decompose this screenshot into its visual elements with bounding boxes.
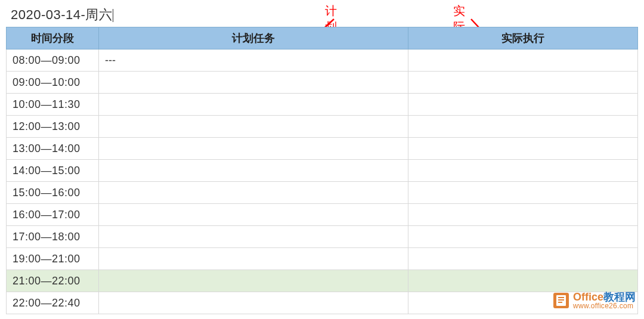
table-header-row: 时间分段 计划任务 实际执行 [7, 27, 638, 49]
plan-cell[interactable] [98, 204, 408, 226]
time-cell[interactable]: 16:00—17:00 [7, 204, 99, 226]
actual-cell[interactable] [408, 160, 638, 182]
time-cell[interactable]: 14:00—15:00 [7, 160, 99, 182]
table-row: 10:00—11:30 [7, 94, 638, 116]
time-cell[interactable]: 08:00—09:00 [7, 49, 99, 72]
header-time: 时间分段 [7, 27, 99, 49]
table-row: 22:00—22:40 [7, 292, 638, 314]
watermark-title-p2: 教程网 [603, 291, 636, 303]
table-row: 17:00—18:00 [7, 226, 638, 248]
watermark-url: www.office26.com [573, 302, 636, 309]
actual-cell[interactable] [408, 72, 638, 94]
actual-cell[interactable] [408, 226, 638, 248]
table-row: 19:00—21:00 [7, 248, 638, 270]
plan-cell[interactable] [98, 292, 408, 314]
watermark: Office教程网 www.office26.com [551, 290, 636, 311]
plan-cell[interactable] [98, 116, 408, 138]
plan-cell[interactable] [98, 138, 408, 160]
actual-cell[interactable] [408, 138, 638, 160]
time-cell[interactable]: 22:00—22:40 [7, 292, 99, 314]
watermark-title: Office教程网 [573, 292, 636, 302]
header-plan: 计划任务 [98, 27, 408, 49]
watermark-title-p1: Office [573, 291, 603, 303]
plan-cell[interactable]: --- [98, 49, 408, 72]
table-row: 13:00—14:00 [7, 138, 638, 160]
schedule-table: 时间分段 计划任务 实际执行 08:00—09:00---09:00—10:00… [6, 27, 638, 314]
actual-cell[interactable] [408, 248, 638, 270]
time-cell[interactable]: 10:00—11:30 [7, 94, 99, 116]
time-cell[interactable]: 17:00—18:00 [7, 226, 99, 248]
time-cell[interactable]: 13:00—14:00 [7, 138, 99, 160]
actual-cell[interactable] [408, 270, 638, 292]
time-cell[interactable]: 19:00—21:00 [7, 248, 99, 270]
actual-cell[interactable] [408, 182, 638, 204]
table-row: 09:00—10:00 [7, 72, 638, 94]
time-cell[interactable]: 09:00—10:00 [7, 72, 99, 94]
time-cell[interactable]: 15:00—16:00 [7, 182, 99, 204]
page-title[interactable]: 2020-03-14-周六 [11, 6, 113, 24]
time-cell[interactable]: 12:00—13:00 [7, 116, 99, 138]
table-row: 08:00—09:00--- [7, 49, 638, 72]
svg-rect-3 [558, 297, 564, 298]
plan-cell[interactable] [98, 182, 408, 204]
table-row: 15:00—16:00 [7, 182, 638, 204]
header-actual: 实际执行 [408, 27, 638, 49]
table-row: 12:00—13:00 [7, 116, 638, 138]
plan-cell[interactable] [98, 72, 408, 94]
time-cell[interactable]: 21:00—22:00 [7, 270, 99, 292]
actual-cell[interactable] [408, 204, 638, 226]
plan-cell[interactable] [98, 94, 408, 116]
plan-cell[interactable] [98, 160, 408, 182]
plan-cell[interactable] [98, 248, 408, 270]
actual-cell[interactable] [408, 49, 638, 72]
actual-cell[interactable] [408, 94, 638, 116]
title-text: 2020-03-14-周六 [11, 7, 112, 22]
table-row: 21:00—22:00 [7, 270, 638, 292]
text-cursor-icon [113, 9, 113, 22]
svg-rect-5 [558, 302, 562, 303]
actual-cell[interactable] [408, 116, 638, 138]
table-row: 14:00—15:00 [7, 160, 638, 182]
office-logo-icon [551, 290, 571, 311]
table-row: 16:00—17:00 [7, 204, 638, 226]
plan-cell[interactable] [98, 226, 408, 248]
plan-cell[interactable] [98, 270, 408, 292]
svg-rect-4 [558, 299, 564, 301]
